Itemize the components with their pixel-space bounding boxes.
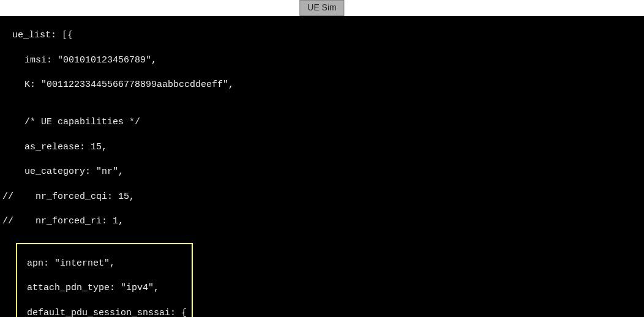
code-line: // nr_forced_cqi: 15, — [2, 191, 642, 203]
code-line: default_pdu_session_snssai: { — [18, 307, 187, 317]
code-line: imsi: "001010123456789", — [2, 54, 642, 67]
tab-ue-sim[interactable]: UE Sim — [299, 0, 344, 16]
highlighted-code-block: apn: "internet", attach_pdn_type: "ipv4"… — [16, 243, 193, 318]
code-line: apn: "internet", — [18, 258, 187, 270]
code-line: as_release: 15, — [2, 141, 642, 154]
code-editor[interactable]: ue_list: [{ imsi: "001010123456789", K: … — [0, 16, 644, 317]
code-line: // nr_forced_ri: 1, — [2, 215, 642, 228]
header-bar: UE Sim — [0, 0, 644, 16]
code-line: /* UE capabilities */ — [2, 116, 642, 129]
code-line: attach_pdn_type: "ipv4", — [18, 282, 187, 294]
code-line: K: "00112233445566778899aabbccddeeff", — [2, 79, 642, 91]
code-line: ue_list: [{ — [2, 29, 642, 42]
code-line: ue_category: "nr", — [2, 166, 642, 178]
